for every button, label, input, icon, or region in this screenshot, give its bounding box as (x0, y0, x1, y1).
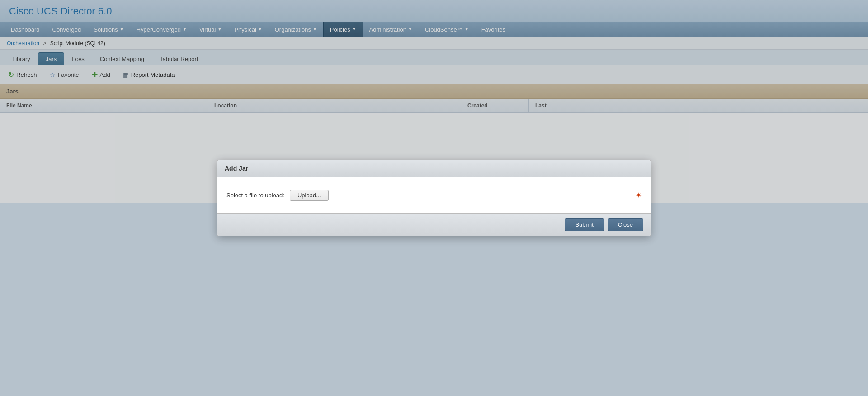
modal-overlay: Add Jar Select a file to upload: Upload.… (0, 0, 868, 203)
upload-button[interactable]: Upload... (290, 190, 329, 201)
add-jar-modal: Add Jar Select a file to upload: Upload.… (217, 160, 651, 203)
upload-label: Select a file to upload: (226, 192, 284, 199)
modal-body: Select a file to upload: Upload... ✴ (217, 177, 651, 203)
required-star-icon: ✴ (636, 191, 642, 200)
modal-title: Add Jar (217, 160, 651, 177)
